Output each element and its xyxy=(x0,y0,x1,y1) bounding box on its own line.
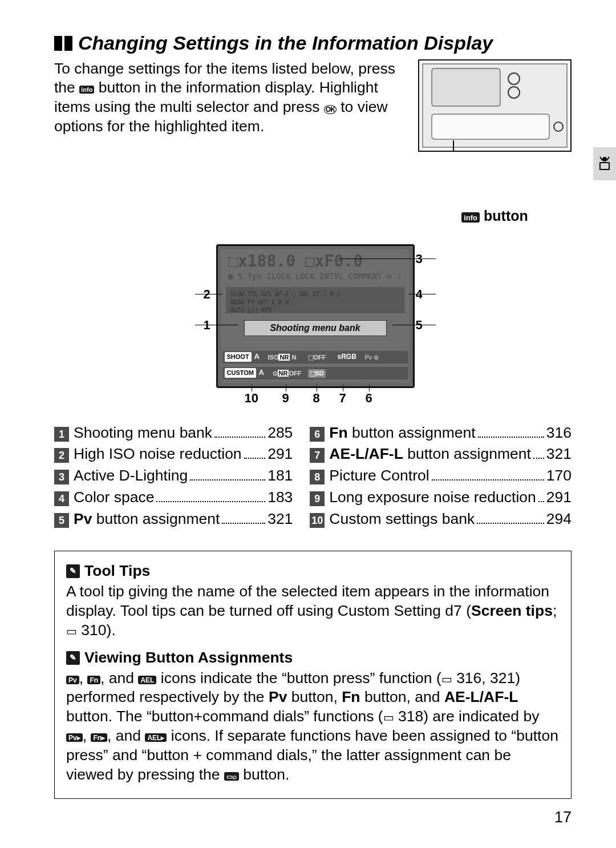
zoom-icon: ▭⌕ xyxy=(224,772,239,781)
lcd-svg: ⬚x188.0 □xF0.0 ▣ 5 fps CLOCK LOCK INTVL … xyxy=(218,246,413,386)
svg-text:▣ 5 fps  CLOCK  LOCK  INTVL  C: ▣ 5 fps CLOCK LOCK INTVL COMMENT ⊙ ♪ xyxy=(228,272,401,281)
legend-label: Pv button assignment xyxy=(74,510,220,529)
legend-text: Active D-Lighting181 xyxy=(74,466,293,486)
legend-index: 2 xyxy=(54,448,69,463)
legend-dots xyxy=(244,458,266,459)
tt-page: 310). xyxy=(77,621,116,639)
section-heading: Changing Settings in the Information Dis… xyxy=(54,31,572,56)
lead-5 xyxy=(392,325,436,326)
legend-text: High ISO noise reduction291 xyxy=(74,445,293,464)
legend-dots xyxy=(222,523,265,524)
legend-item: 10Custom settings bank294 xyxy=(310,510,572,529)
tick-10 xyxy=(252,385,253,391)
svg-line-10 xyxy=(607,157,609,160)
legend-index: 4 xyxy=(54,491,69,506)
callout-8: 8 xyxy=(313,390,320,406)
pencil-icon: ✎ xyxy=(66,651,80,665)
camera-illustration xyxy=(418,59,572,152)
lcd-custom-sd: ⬚SD xyxy=(308,369,326,377)
legend-page: 291 xyxy=(268,445,293,464)
camera-figure: info button xyxy=(418,59,572,225)
svg-point-8 xyxy=(602,157,607,161)
legend-item: 7AE-L/AF-L button assignment321 xyxy=(310,445,572,464)
legend-index: 6 xyxy=(310,427,325,442)
legend-label: Picture Control xyxy=(329,466,429,486)
legend-left-col: 1Shooting menu bank2852High ISO noise re… xyxy=(54,423,293,532)
lcd-shoot-a: A xyxy=(254,352,260,362)
svg-text:⬚x188.0 □xF0.0: ⬚x188.0 □xF0.0 xyxy=(228,252,363,270)
legend-item: 6Fn button assignment316 xyxy=(310,423,572,443)
lcd-shoot-iso: ISONR N xyxy=(268,353,297,361)
vba-a: , xyxy=(79,669,88,687)
vba-b: , and xyxy=(100,669,138,687)
legend: 1Shooting menu bank2852High ISO noise re… xyxy=(54,423,572,532)
tick-8 xyxy=(317,385,318,391)
svg-text:SLOW TTL   GPS AF-S  ☐ ADL  KT: SLOW TTL GPS AF-S ☐ ADL KT ☐ H ☒ xyxy=(230,291,341,297)
tool-tips-body: A tool tip giving the name of the select… xyxy=(66,582,560,640)
callout-3: 3 xyxy=(416,251,423,267)
book-icon: ▭ xyxy=(66,624,77,639)
legend-index: 7 xyxy=(310,448,325,463)
legend-page: 181 xyxy=(268,466,293,486)
tab-icon xyxy=(598,155,611,173)
camera-caption: info button xyxy=(418,207,572,225)
vba-e: button, and xyxy=(360,688,444,705)
heading-bars-icon xyxy=(54,36,72,51)
legend-text: AE-L/AF-L button assignment321 xyxy=(329,445,572,464)
legend-index: 5 xyxy=(54,513,69,528)
legend-text: Picture Control170 xyxy=(329,466,572,486)
legend-text: Color space183 xyxy=(74,488,293,507)
vba-f: button. The “button+command dials” funct… xyxy=(66,708,383,725)
legend-item: 5Pv button assignment 321 xyxy=(54,510,293,529)
svg-text:AUTO     [1]  REM: AUTO [1] REM xyxy=(230,307,271,313)
legend-item: 3Active D-Lighting181 xyxy=(54,466,293,486)
legend-page: 316 xyxy=(546,423,572,443)
vba-pv: Pv xyxy=(269,688,287,705)
tick-6 xyxy=(369,385,370,391)
legend-page: 321 xyxy=(546,445,572,464)
legend-text: Shooting menu bank285 xyxy=(74,423,293,443)
callout-10: 10 xyxy=(245,390,258,406)
callout-2: 2 xyxy=(204,286,210,302)
legend-page: 294 xyxy=(546,510,572,529)
caption-text: button xyxy=(480,208,528,224)
svg-text:REAR FP           OFF L  H H: REAR FP OFF L H H xyxy=(230,299,289,305)
vba-d: button, xyxy=(287,688,342,705)
intro-text: To change settings for the items listed … xyxy=(54,59,408,137)
callout-1: 1 xyxy=(204,317,210,333)
legend-index: 10 xyxy=(310,513,325,528)
callout-6: 6 xyxy=(366,390,372,406)
legend-text: Long exposure noise reduction 291 xyxy=(329,488,572,507)
lcd-menu-bank: Shooting menu bank xyxy=(244,320,387,336)
legend-dots xyxy=(432,479,544,480)
legend-index: 1 xyxy=(54,427,69,442)
lcd-custom-nr: ⊙NROFF xyxy=(273,369,302,377)
legend-text: Fn button assignment316 xyxy=(329,423,572,443)
svg-rect-7 xyxy=(600,163,609,169)
page-section-tab xyxy=(593,147,616,180)
fn-dial-icon: Fn▸ xyxy=(91,733,107,742)
lcd-shoot-chip: SHOOT xyxy=(225,352,252,361)
legend-label: High ISO noise reduction xyxy=(74,445,242,464)
vba-h: , and xyxy=(107,727,145,744)
legend-index: 9 xyxy=(310,491,325,506)
lcd-shoot-pv: Pv ⊚ xyxy=(365,353,379,361)
legend-item: 8Picture Control170 xyxy=(310,466,572,486)
tt-bold: Screen tips xyxy=(471,602,553,619)
legend-item: 9Long exposure noise reduction 291 xyxy=(310,488,572,507)
lead-1 xyxy=(195,325,238,326)
display-diagram: ⬚x188.0 □xF0.0 ▣ 5 fps CLOCK LOCK INTVL … xyxy=(108,244,518,411)
legend-page: 291 xyxy=(546,488,572,507)
legend-page: 183 xyxy=(268,488,293,507)
legend-label: Fn button assignment xyxy=(329,423,475,443)
legend-dots xyxy=(477,523,544,524)
vba-fn: Fn xyxy=(342,688,360,705)
legend-dots xyxy=(538,501,544,502)
vba-g: , xyxy=(83,727,91,744)
legend-page: 321 xyxy=(268,510,293,529)
tick-7 xyxy=(343,385,344,391)
ael-chip-icon: AEL xyxy=(138,676,156,684)
ael-dial-icon: AEL▸ xyxy=(145,733,167,742)
legend-item: 1Shooting menu bank285 xyxy=(54,423,293,443)
vba-j: button. xyxy=(239,766,289,783)
